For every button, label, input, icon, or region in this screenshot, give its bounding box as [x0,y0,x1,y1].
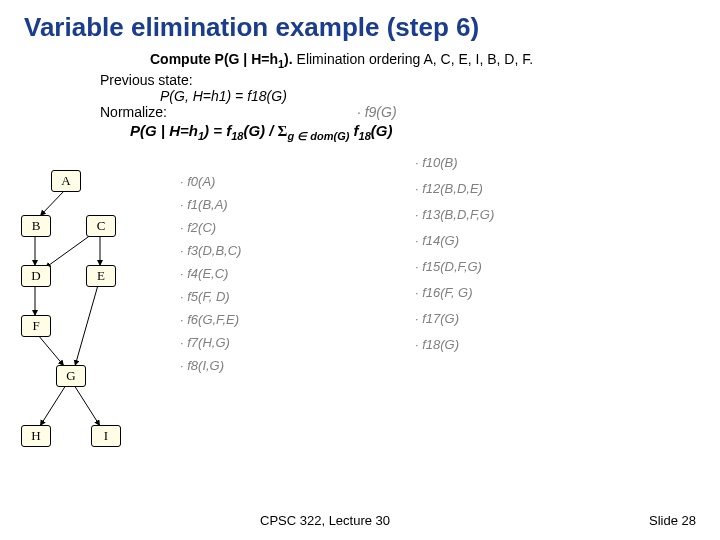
previous-state-label: Previous state: [0,72,720,88]
compute-line: Compute P(G | H=h1). Elimination orderin… [0,51,720,70]
factor-f6: · f6(G,F,E) [180,308,241,331]
bayes-net: A B C D E F G H I [10,170,160,480]
factor-f7: · f7(H,G) [180,331,241,354]
node-D: D [21,265,51,287]
factor-f18: · f18(G) [415,332,494,358]
left-factor-list: · f0(A) · f1(B,A) · f2(C) · f3(D,B,C) · … [180,170,241,377]
factor-f0: · f0(A) [180,170,241,193]
svg-line-8 [74,385,100,426]
node-E: E [86,265,116,287]
svg-line-5 [38,335,64,366]
factor-f15: · f15(D,F,G) [415,254,494,280]
factor-f1: · f1(B,A) [180,193,241,216]
node-A: A [51,170,81,192]
svg-line-2 [45,232,95,268]
node-C: C [86,215,116,237]
factor-f10: · f10(B) [415,150,494,176]
factor-f14: · f14(G) [415,228,494,254]
factor-f17: · f17(G) [415,306,494,332]
normalize-label: Normalize: [0,104,167,120]
factor-f5: · f5(F, D) [180,285,241,308]
svg-line-0 [40,190,65,216]
factor-f3: · f3(D,B,C) [180,239,241,262]
right-factor-list: · f10(B) · f12(B,D,E) · f13(B,D,F,G) · f… [415,150,494,358]
elim-text: Elimination ordering A, C, E, I, B, D, F… [293,51,533,67]
compute-tail: ). [284,51,293,67]
normalization-formula: P(G | H=h1) = f18(G) / Σg ∈ dom(G) f18(G… [0,122,720,143]
previous-formula: P(G, H=h1) = f18(G) [0,88,720,104]
factor-f16: · f16(F, G) [415,280,494,306]
svg-line-7 [40,385,66,426]
factor-f8: · f8(I,G) [180,354,241,377]
factor-f2: · f2(C) [180,216,241,239]
node-B: B [21,215,51,237]
slide-title: Variable elimination example (step 6) [0,0,720,51]
svg-line-6 [75,285,98,366]
node-I: I [91,425,121,447]
compute-label: Compute P(G | H=h [150,51,278,67]
node-H: H [21,425,51,447]
factor-f12: · f12(B,D,E) [415,176,494,202]
footer-slide-number: Slide 28 [649,513,696,528]
factor-f9: · f9(G) [357,104,397,120]
node-F: F [21,315,51,337]
footer-lecture: CPSC 322, Lecture 30 [260,513,390,528]
factor-f13: · f13(B,D,F,G) [415,202,494,228]
factor-f4: · f4(E,C) [180,262,241,285]
node-G: G [56,365,86,387]
